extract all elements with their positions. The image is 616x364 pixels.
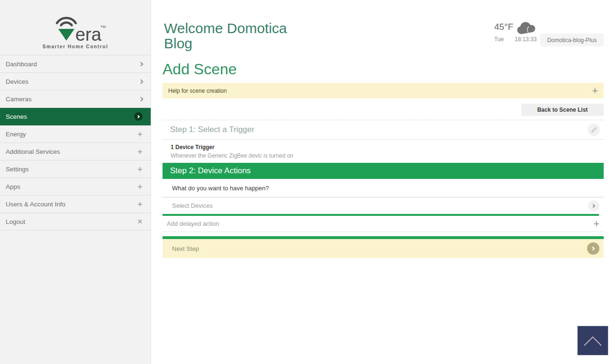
plus-icon: + bbox=[137, 200, 143, 209]
temperature-value: 45°F bbox=[494, 22, 513, 32]
sidebar-item-dashboard[interactable]: Dashboard bbox=[0, 55, 151, 73]
app-window: era TM Smarter Home Control DashboardDev… bbox=[0, 0, 616, 364]
plus-icon: + bbox=[137, 130, 143, 139]
page-title: Add Scene bbox=[163, 61, 237, 78]
trigger-summary: 1 Device Trigger Whenever the Generic Zi… bbox=[171, 144, 293, 159]
clock-time: 18:13:33 bbox=[515, 36, 537, 43]
next-step-bar[interactable]: Next Step bbox=[163, 239, 604, 258]
step2-title: Step 2: Device Actions bbox=[170, 166, 251, 176]
controller-button[interactable]: Domotica-blog-Plus bbox=[540, 34, 604, 46]
sidebar-item-devices[interactable]: Devices bbox=[0, 73, 151, 90]
back-to-scene-list-button[interactable]: Back to Scene List bbox=[521, 104, 604, 116]
close-icon: ✕ bbox=[137, 218, 143, 225]
select-devices-label: Select Devices bbox=[172, 202, 213, 209]
sidebar-item-settings[interactable]: Settings+ bbox=[0, 160, 151, 178]
chevron-right-circle-icon bbox=[134, 112, 143, 121]
sidebar-menu: DashboardDevicesCamerasScenesEnergy+Addi… bbox=[0, 55, 151, 231]
sidebar-item-energy[interactable]: Energy+ bbox=[0, 125, 151, 143]
chevron-right-circle-icon[interactable] bbox=[587, 242, 599, 255]
weekday-label: Tue bbox=[494, 36, 504, 43]
sidebar-item-scenes[interactable]: Scenes bbox=[0, 108, 151, 125]
sidebar-item-label: Additional Services bbox=[6, 148, 60, 155]
chevron-up-icon bbox=[582, 335, 603, 346]
step2-question-label: What do you want to have happen? bbox=[172, 185, 269, 192]
edit-trigger-button[interactable] bbox=[588, 124, 600, 136]
plus-icon: + bbox=[137, 165, 143, 174]
trigger-description: Whenever the Generic ZigBee devic is tur… bbox=[171, 152, 293, 159]
plus-icon[interactable]: + bbox=[593, 219, 599, 229]
brand-tagline: Smarter Home Control bbox=[43, 44, 109, 49]
chevron-right-icon bbox=[139, 97, 144, 101]
next-step-button[interactable]: Next Step bbox=[163, 236, 604, 258]
sidebar-item-label: Scenes bbox=[6, 113, 27, 120]
step2-question: What do you want to have happen? bbox=[163, 179, 604, 197]
chevron-right-icon[interactable] bbox=[588, 200, 599, 212]
sidebar-item-apps[interactable]: Apps+ bbox=[0, 178, 151, 195]
sidebar-item-label: Logout bbox=[6, 218, 25, 225]
sidebar-item-users-account-info[interactable]: Users & Account Info+ bbox=[0, 195, 151, 213]
sidebar-item-additional-services[interactable]: Additional Services+ bbox=[0, 143, 151, 160]
step1-header: Step 1: Select a Trigger bbox=[163, 120, 604, 140]
sidebar-item-cameras[interactable]: Cameras bbox=[0, 90, 151, 108]
next-step-label: Next Step bbox=[172, 245, 199, 252]
svg-text:TM: TM bbox=[100, 25, 106, 29]
scroll-to-top-button[interactable] bbox=[577, 326, 608, 355]
sidebar-item-logout[interactable]: Logout✕ bbox=[0, 213, 151, 231]
sidebar-item-label: Apps bbox=[6, 183, 20, 190]
plus-icon: + bbox=[137, 182, 143, 191]
sidebar-item-label: Devices bbox=[6, 78, 28, 85]
sidebar-item-label: Dashboard bbox=[6, 61, 37, 68]
pencil-icon bbox=[591, 127, 597, 133]
select-devices-row[interactable]: Select Devices bbox=[163, 197, 604, 214]
vera-logo-icon: era TM bbox=[44, 12, 107, 46]
cloud-icon bbox=[516, 20, 537, 37]
plus-icon: + bbox=[137, 147, 143, 156]
step2-header: Step 2: Device Actions bbox=[163, 163, 604, 179]
add-delayed-action-row[interactable]: Add delayed action + bbox=[163, 216, 604, 232]
sidebar-item-label: Settings bbox=[6, 166, 29, 173]
chevron-right-icon bbox=[139, 79, 144, 84]
plus-icon[interactable]: + bbox=[592, 86, 598, 96]
svg-text:era: era bbox=[75, 24, 102, 44]
trigger-count: 1 Device Trigger bbox=[171, 144, 293, 151]
help-banner[interactable]: Help for scene creation + bbox=[163, 83, 604, 98]
welcome-heading: Welcome Domotica Blog bbox=[164, 21, 306, 51]
chevron-right-icon bbox=[139, 62, 144, 66]
sidebar-item-label: Energy bbox=[6, 131, 26, 138]
add-delayed-action-label: Add delayed action bbox=[167, 220, 219, 227]
sidebar-item-label: Cameras bbox=[6, 96, 32, 103]
sidebar: era TM Smarter Home Control DashboardDev… bbox=[0, 0, 151, 364]
step1-title: Step 1: Select a Trigger bbox=[170, 125, 254, 134]
help-banner-label: Help for scene creation bbox=[168, 88, 226, 94]
sidebar-item-label: Users & Account Info bbox=[6, 201, 65, 208]
vera-logo: era TM Smarter Home Control bbox=[0, 0, 151, 55]
